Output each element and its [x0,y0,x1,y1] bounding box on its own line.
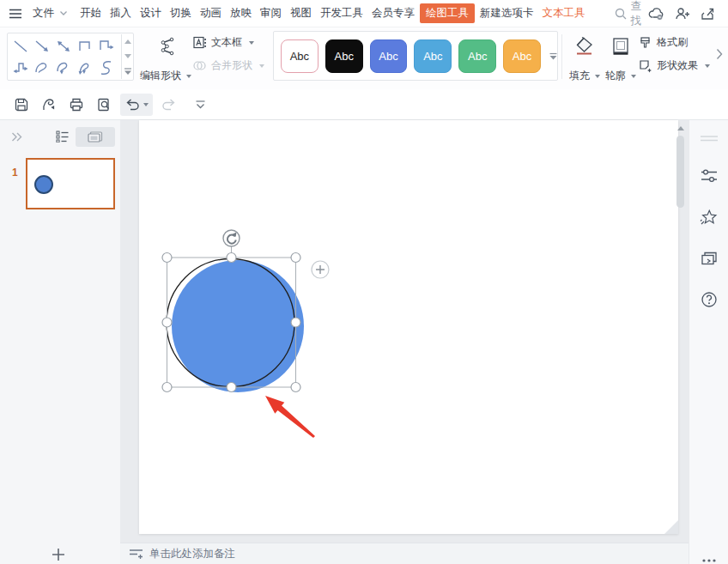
tab-new-tab[interactable]: 新建选项卡 [476,6,537,21]
shape-style-preset-2[interactable]: Abc [325,39,363,73]
resize-handle-ne[interactable] [291,253,300,263]
tab-drawing-tools-active[interactable]: 绘图工具 [420,3,475,23]
shape-style-preset-6[interactable]: Abc [503,39,541,73]
print-icon[interactable] [65,94,88,116]
save-icon[interactable] [10,94,33,116]
fill-label: 填充 [569,69,590,83]
customize-toolbar-icon[interactable] [189,94,211,116]
slides-panel: 1 [0,120,121,564]
line-icon[interactable] [9,35,31,57]
switch-window-icon[interactable] [689,246,728,271]
outline-caret-icon [631,75,636,78]
resize-handle-n[interactable] [227,253,236,263]
curved-double-arrow-connector-icon[interactable] [74,57,95,78]
tab-developer[interactable]: 开发工具 [317,6,367,21]
sidebar-more-icon[interactable] [689,548,728,564]
hamburger-menu-icon[interactable] [9,8,22,20]
file-chevron-down-icon[interactable] [59,10,68,16]
format-painter-icon [639,36,652,50]
tab-text-tools[interactable]: 文本工具 [539,6,589,21]
format-painter-button[interactable]: 格式刷 [639,35,688,50]
outline-view-icon[interactable] [50,130,76,143]
quick-add-button[interactable] [312,261,329,278]
tab-review[interactable]: 审阅 [257,6,285,21]
merge-shapes-button[interactable]: 合并形状 [192,58,264,73]
slide-number: 1 [12,167,18,179]
curve-icon[interactable] [95,57,117,78]
cloud-sync-off-icon[interactable] [645,7,669,21]
expand-panel-icon[interactable] [5,132,27,142]
shape-effects-button[interactable]: 形状效果 [639,58,710,73]
gallery-scroll-up-icon[interactable] [121,34,133,49]
tab-membership[interactable]: 会员专享 [368,6,418,21]
search-label: 查找 [631,0,642,28]
resize-handle-w[interactable] [162,318,172,327]
search-button[interactable]: 查找 [615,0,642,28]
ribbon-overflow-icon[interactable] [716,48,723,60]
slide-thumbnail[interactable] [26,158,115,209]
tab-animation[interactable]: 动画 [197,6,225,21]
resize-handle-e[interactable] [291,318,300,327]
shape-effects-icon [639,59,652,73]
elbow-arrow-connector-icon[interactable] [95,35,117,57]
wps-presentation-window: 文件 开始 插入 设计 切换 动画 放映 审阅 视图 开发工具 会员专享 绘图工… [0,0,728,564]
gallery-scroll-down-icon[interactable] [121,49,133,64]
circle-shape-fill[interactable] [172,260,304,392]
notes-placeholder: 单击此处添加备注 [149,547,235,561]
tab-design[interactable]: 设计 [136,6,165,21]
adjust-settings-icon[interactable] [689,163,728,189]
outline-label: 轮廓 [605,69,626,83]
file-menu[interactable]: 文件 [29,6,58,21]
help-icon[interactable] [689,287,728,312]
fill-button[interactable]: 填充 [565,33,604,86]
share-icon[interactable] [696,7,720,21]
shape-style-preset-3[interactable]: Abc [370,39,408,73]
top-menu-bar: 文件 开始 插入 设计 切换 动画 放映 审阅 视图 开发工具 会员专享 绘图工… [0,0,728,27]
shape-style-preset-5[interactable]: Abc [458,39,496,73]
shape-style-preset-1[interactable]: Abc [281,39,318,73]
tab-view[interactable]: 视图 [287,6,315,21]
slide-view-icon [88,130,103,143]
beautify-star-icon[interactable] [689,204,728,230]
right-sidebar [689,120,728,564]
tab-transition[interactable]: 切换 [167,6,195,21]
canvas-scrollbar [675,122,687,541]
add-collaborator-icon[interactable] [670,7,695,21]
ribbon-separator [561,34,562,79]
text-box-button[interactable]: 文本框 [192,35,254,50]
arrow-icon[interactable] [31,35,52,57]
resize-handle-se[interactable] [291,383,300,392]
curved-arrow-connector-icon[interactable] [52,57,74,78]
outline-button[interactable]: 轮廓 [601,33,640,86]
undo-caret-icon[interactable] [143,103,149,106]
edit-shape-caret-icon [186,75,191,78]
print-preview-icon[interactable] [93,94,115,116]
sidebar-drag-handle-icon[interactable] [689,125,728,151]
scrollbar-thumb[interactable] [676,136,684,208]
new-slide-button[interactable] [48,544,69,564]
export-icon[interactable] [38,94,60,116]
slide-view-toggle[interactable] [76,127,115,147]
undo-button[interactable] [120,94,153,116]
edit-shape-button[interactable]: 编辑形状 [135,33,197,86]
resize-handle-sw[interactable] [162,383,172,392]
scroll-up-icon[interactable] [676,124,685,132]
shape-style-preset-4[interactable]: Abc [414,39,452,73]
red-annotation-arrow [265,396,315,438]
notes-bar[interactable]: 单击此处添加备注 [120,543,689,564]
tab-slideshow[interactable]: 放映 [227,6,255,21]
style-gallery-more-icon[interactable] [549,52,557,60]
resize-handle-nw[interactable] [162,253,172,263]
elbow-connector-icon[interactable] [74,35,95,57]
gallery-more-icon[interactable] [121,64,133,79]
tab-insert[interactable]: 插入 [106,6,135,21]
tab-home[interactable]: 开始 [76,6,105,21]
add-notes-icon [129,548,143,560]
resize-handle-s[interactable] [227,383,236,392]
double-arrow-icon[interactable] [52,35,74,57]
ribbon: 编辑形状 文本框 合并形状 Abc Abc Abc Abc Abc Abc [0,27,728,90]
elbow-double-arrow-connector-icon[interactable] [9,57,31,78]
curved-connector-icon[interactable] [31,57,52,78]
text-box-caret-icon [249,41,254,45]
redo-button[interactable] [158,94,180,116]
